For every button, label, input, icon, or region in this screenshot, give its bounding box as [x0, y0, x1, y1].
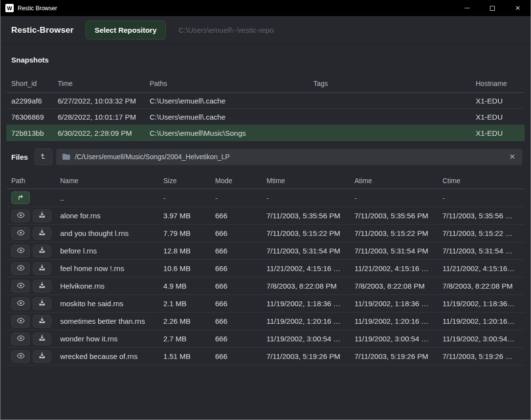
preview-file-button[interactable]: [11, 262, 30, 275]
column-atime: Atime: [354, 177, 442, 185]
file-name: moskito he said.rns: [60, 299, 163, 308]
download-file-button[interactable]: [33, 262, 51, 275]
tree-up-icon: [40, 152, 47, 162]
file-name: feel home now !.rns: [60, 264, 163, 273]
preview-file-button[interactable]: [11, 297, 30, 310]
file-mtime: 11/21/2002, 4:15:16 …: [266, 264, 354, 273]
eye-icon: [17, 282, 25, 290]
download-file-button[interactable]: [33, 210, 51, 222]
eye-icon: [17, 212, 25, 220]
window-controls: ✕: [454, 0, 531, 16]
snapshot-row-selected[interactable]: 72b813bb 6/30/2022, 2:28:09 PM C:\Users\…: [6, 125, 525, 141]
file-ctime: 11/19/2002, 1:20:16 …: [442, 317, 520, 325]
minimize-button[interactable]: [454, 0, 480, 16]
preview-file-button[interactable]: [11, 227, 30, 240]
file-ctime: -: [442, 194, 520, 202]
file-mode: 666: [215, 264, 266, 273]
download-icon: [39, 247, 45, 255]
column-hostname: Hostname: [476, 80, 520, 87]
file-size: 2.1 MB: [163, 299, 215, 308]
repository-path: C:\Users\emuell\~\restic-repo: [178, 26, 274, 34]
download-file-button[interactable]: [33, 297, 51, 310]
preview-file-button[interactable]: [11, 210, 30, 222]
download-file-button[interactable]: [33, 245, 51, 257]
file-atime: 7/11/2003, 5:31:54 PM: [354, 247, 442, 255]
page-title: Restic-Browser: [11, 25, 74, 35]
select-repository-button[interactable]: Select Repository: [86, 21, 166, 40]
download-file-button[interactable]: [33, 227, 51, 240]
file-row: Helvikone.rns 4.9 MB 666 7/8/2003, 8:22:…: [6, 277, 525, 295]
column-name: Name: [60, 177, 163, 185]
file-ctime: 11/19/2002, 3:00:54 …: [442, 335, 520, 343]
file-size: -: [163, 194, 215, 202]
snapshot-short-id: a2299af6: [11, 97, 58, 105]
file-mode: 666: [215, 335, 266, 343]
preview-file-button[interactable]: [11, 350, 30, 363]
file-mode: 666: [215, 247, 266, 255]
current-path-text: /C/Users/emuell/Music/Songs/2004_Helveti…: [75, 153, 230, 161]
download-icon: [39, 211, 45, 220]
maximize-button[interactable]: [480, 0, 505, 16]
column-short-id: Short_id: [11, 80, 58, 87]
file-row: moskito he said.rns 2.1 MB 666 11/19/200…: [6, 295, 525, 313]
file-name: alone for.rns: [60, 211, 163, 220]
preview-file-button[interactable]: [11, 315, 30, 328]
snapshot-paths: C:\Users\emuell\Music\Songs: [150, 129, 313, 137]
file-ctime: 7/11/2003, 5:19:26 PM: [442, 352, 520, 360]
file-ctime: 7/11/2003, 5:35:56 PM: [442, 211, 520, 220]
file-atime: 11/19/2002, 1:18:36 …: [354, 299, 442, 308]
file-atime: -: [354, 194, 442, 202]
file-atime: 7/11/2003, 5:19:26 PM: [354, 352, 442, 360]
download-file-button[interactable]: [33, 280, 51, 293]
file-size: 4.9 MB: [163, 282, 215, 290]
go-up-directory-button[interactable]: [11, 191, 30, 204]
file-mode: 666: [215, 317, 266, 325]
column-tags: Tags: [313, 80, 476, 87]
clear-path-button[interactable]: ✕: [508, 152, 516, 161]
title-bar: W Restic Browser ✕: [0, 0, 531, 16]
app-header: Restic-Browser Select Repository C:\User…: [0, 16, 531, 44]
file-mode: 666: [215, 352, 266, 360]
file-atime: 7/11/2003, 5:35:56 PM: [354, 211, 442, 220]
file-row: alone for.rns 3.97 MB 666 7/11/2003, 5:3…: [6, 207, 525, 225]
current-path-bar[interactable]: /C/Users/emuell/Music/Songs/2004_Helveti…: [56, 149, 522, 165]
file-size: 2.26 MB: [163, 317, 215, 325]
go-to-root-button[interactable]: [35, 148, 52, 165]
file-size: 2.7 MB: [163, 335, 215, 343]
file-name: Helvikone.rns: [60, 282, 163, 290]
download-file-button[interactable]: [33, 333, 51, 345]
file-ctime: 11/21/2002, 4:15:16 …: [442, 264, 520, 273]
file-mtime: 7/11/2003, 5:15:22 PM: [266, 229, 354, 237]
snapshot-paths: C:\Users\emuell\.cache: [150, 97, 313, 105]
close-button[interactable]: ✕: [505, 0, 531, 16]
column-time: Time: [58, 80, 150, 87]
file-ctime: 7/11/2003, 5:15:22 PM: [442, 229, 520, 237]
close-icon: ✕: [515, 5, 521, 11]
file-ctime: 7/11/2003, 5:31:54 PM: [442, 247, 520, 255]
file-row: wonder how it.rns 2.7 MB 666 11/19/2002,…: [6, 330, 525, 348]
column-size: Size: [163, 177, 215, 185]
snapshot-row[interactable]: 76306869 6/28/2022, 10:01:17 PM C:\Users…: [6, 109, 525, 125]
file-name: sometimes better than.rns: [60, 317, 163, 325]
file-mode: -: [215, 194, 266, 202]
up-right-arrow-icon: [17, 194, 24, 202]
file-mtime: 7/11/2003, 5:31:54 PM: [266, 247, 354, 255]
column-path: Path: [11, 177, 60, 185]
snapshot-row[interactable]: a2299af6 6/27/2022, 10:03:32 PM C:\Users…: [6, 93, 525, 109]
preview-file-button[interactable]: [11, 245, 30, 257]
file-atime: 11/21/2002, 4:15:16 …: [354, 264, 442, 273]
preview-file-button[interactable]: [11, 280, 30, 293]
snapshot-hostname: X1-EDU: [476, 113, 520, 121]
eye-icon: [17, 247, 25, 255]
snapshot-short-id: 76306869: [11, 113, 58, 121]
column-mtime: Mtime: [266, 177, 354, 185]
file-size: 10.6 MB: [163, 264, 215, 273]
snapshot-short-id: 72b813bb: [11, 129, 58, 137]
preview-file-button[interactable]: [11, 333, 30, 345]
file-row: sometimes better than.rns 2.26 MB 666 11…: [6, 313, 525, 330]
download-file-button[interactable]: [33, 315, 51, 328]
files-title: Files: [11, 153, 28, 161]
files-table-header: Path Name Size Mode Mtime Atime Ctime: [6, 172, 525, 189]
file-atime: 11/19/2002, 3:00:54 …: [354, 335, 442, 343]
download-file-button[interactable]: [33, 350, 51, 363]
